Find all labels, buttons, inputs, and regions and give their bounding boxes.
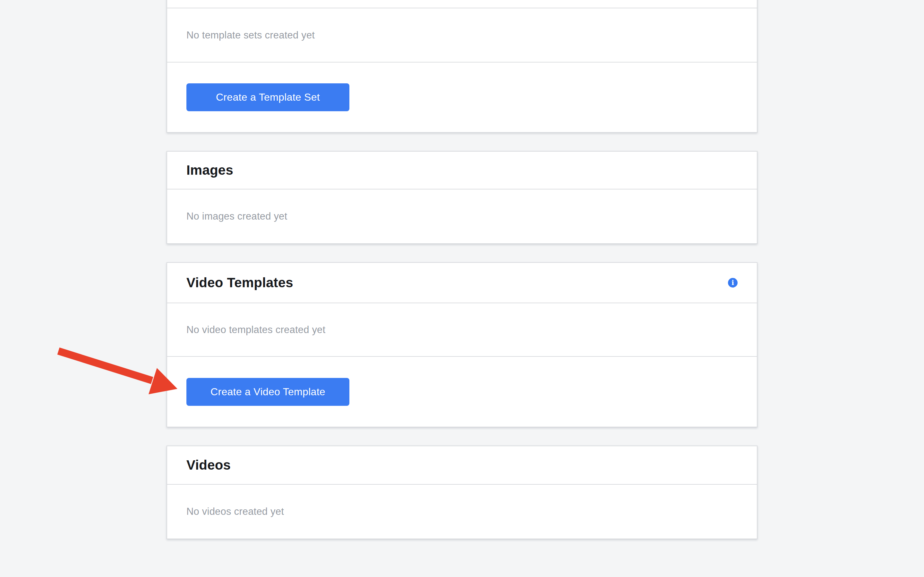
template-sets-empty-message: No template sets created yet [186,29,315,41]
videos-empty-row: No videos created yet [167,484,757,538]
template-sets-actions-row: Create a Template Set [167,62,757,132]
template-sets-empty-row: No template sets created yet [167,8,757,62]
page: No template sets created yet Create a Te… [0,0,924,577]
create-template-set-button[interactable]: Create a Template Set [186,83,349,111]
template-sets-header-cut [167,0,757,8]
images-empty-message: No images created yet [186,211,287,222]
video-templates-empty-message: No video templates created yet [186,324,325,335]
video-templates-title: Video Templates [186,275,293,290]
video-templates-card: Video Templates i No video templates cre… [166,262,758,427]
video-templates-header: Video Templates i [167,263,757,303]
video-templates-actions-row: Create a Video Template [167,356,757,427]
videos-title: Videos [186,458,231,473]
create-video-template-button[interactable]: Create a Video Template [186,378,349,406]
videos-empty-message: No videos created yet [186,506,284,517]
images-card: Images No images created yet [166,151,758,244]
template-sets-card: No template sets created yet Create a Te… [166,0,758,133]
images-empty-row: No images created yet [167,189,757,243]
images-header: Images [167,152,757,189]
video-templates-empty-row: No video templates created yet [167,303,757,356]
images-title: Images [186,163,233,178]
videos-card: Videos No videos created yet [166,446,758,539]
videos-header: Videos [167,446,757,484]
info-icon[interactable]: i [728,278,738,287]
